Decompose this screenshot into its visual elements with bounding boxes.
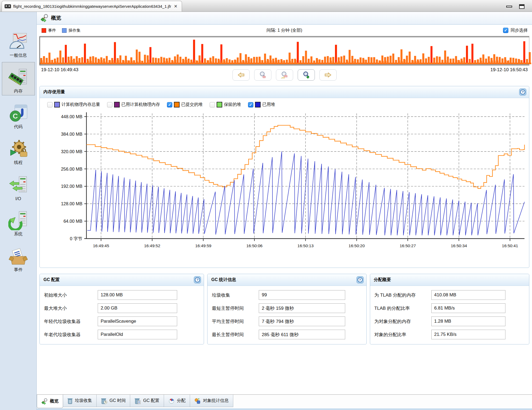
gc-count-field[interactable]: 99 [259, 290, 345, 300]
trash-config-icon [134, 398, 141, 404]
arrow-right-icon [324, 72, 332, 78]
tab-object-statistics[interactable]: 对象统计信息 [190, 395, 233, 407]
timeline-start-time: 19-12-10 16:49:43 [41, 67, 78, 73]
sidebar-item-label: I/O [15, 196, 21, 201]
pie-chart-icon [168, 398, 175, 404]
minimize-icon[interactable] [506, 6, 512, 8]
min-pause-field[interactable]: 2 毫秒 159 微秒 [259, 303, 345, 313]
old-collector-field[interactable]: ParallelOld [98, 330, 177, 339]
svg-text:448.00 MB: 448.00 MB [61, 114, 82, 119]
sidebar-item-label: 线程 [14, 160, 23, 166]
gc-stats-panel: GC 统计信息 ? 垃圾收集99 最短主暂停时间2 毫秒 159 微秒 平均主暂… [207, 274, 366, 344]
editor-tab-bar: flight_recording_180131iogithubkimmkingg… [0, 0, 532, 12]
sync-selection-checkbox[interactable] [503, 28, 508, 33]
zoom-range-button[interactable] [276, 69, 293, 81]
tab-gc-time[interactable]: GC 时间 [97, 395, 130, 407]
arrow-left-icon [237, 72, 245, 78]
sidebar-item-events[interactable]: 事件 [2, 241, 35, 274]
tlab-rate-field[interactable]: 6.81 MB/s [431, 303, 505, 313]
close-icon[interactable]: ✕ [173, 4, 178, 9]
sidebar-item-system[interactable]: 系统 [2, 205, 35, 238]
window-buttons [506, 4, 532, 12]
sidebar: 一般信息 [0, 12, 37, 410]
operative-set-color-swatch [62, 28, 67, 33]
code-icon: C [8, 103, 29, 124]
field-row: 为 TLAB 分配的内存410.08 MB [374, 290, 529, 300]
svg-text:16:50:27: 16:50:27 [400, 243, 416, 248]
field-row: 最长主暂停时间285 毫秒 611 微秒 [212, 330, 366, 339]
toggle-committed-heap[interactable]: 已提交的堆 [167, 102, 203, 107]
sidebar-item-label: 代码 [14, 124, 23, 130]
field-row: 为对象分配的内存1.28 MB [374, 317, 529, 326]
svg-text:16:49:59: 16:49:59 [195, 243, 211, 248]
toggle-used-heap[interactable]: 已用堆 [248, 102, 275, 107]
recording-tab[interactable]: flight_recording_180131iogithubkimmkingg… [2, 1, 182, 12]
legend-events: 事件 [42, 28, 56, 33]
svg-text:384.00 MB: 384.00 MB [61, 132, 82, 136]
help-icon[interactable]: ? [194, 276, 201, 283]
system-icon [8, 210, 29, 231]
sidebar-item-label: 系统 [14, 231, 23, 237]
checkbox-checked-icon[interactable] [248, 102, 253, 107]
jmc-window: flight_recording_180131iogithubkimmkingg… [0, 0, 532, 410]
field-row: 最短主暂停时间2 毫秒 159 微秒 [212, 303, 366, 313]
pan-left-button[interactable] [232, 69, 250, 81]
pan-right-button[interactable] [319, 69, 337, 81]
sidebar-item-threads[interactable]: 线程 [2, 134, 35, 167]
field-row: 垃圾收集99 [212, 290, 366, 300]
field-row: 年轻代垃圾收集器ParallelScavenge [44, 317, 204, 326]
series-toggles: 计算机物理内存总量 已用计算机物理内存 已提交的堆 [40, 98, 529, 110]
trash-icon [67, 398, 73, 404]
field-row: TLAB 的分配比率6.81 MB/s [374, 303, 529, 313]
help-icon[interactable]: ? [519, 88, 526, 96]
object-memory-field[interactable]: 1.28 MB [431, 317, 505, 326]
zoom-in-button[interactable] [298, 69, 315, 81]
zoom-in-icon [302, 71, 310, 79]
toggle-used-physical-memory[interactable]: 已用计算机物理内存 [107, 102, 160, 107]
tab-garbage-collection[interactable]: 垃圾收集 [63, 395, 97, 407]
timeline-legend-row: 事件 操作集 间隔: 1 分钟 (全部) 同步选择 [37, 25, 532, 36]
help-icon[interactable]: ? [356, 276, 364, 283]
tab-allocation[interactable]: 分配 [164, 395, 190, 407]
checkbox-unchecked-icon[interactable] [47, 102, 53, 107]
memory-usage-header: 内存使用量 ? [40, 86, 529, 98]
overview-icon [41, 14, 49, 22]
toggle-total-physical-memory[interactable]: 计算机物理内存总量 [47, 102, 100, 107]
page-title: 概览 [51, 15, 61, 21]
checkbox-unchecked-icon[interactable] [107, 102, 112, 107]
max-heap-size-field[interactable]: 2.00 GB [98, 303, 177, 313]
series-color-swatch [54, 102, 60, 107]
checkbox-checked-icon[interactable] [167, 102, 172, 107]
tab-overview[interactable]: 概览 [37, 395, 63, 408]
avg-pause-field[interactable]: 7 毫秒 794 微秒 [259, 317, 345, 326]
memory-icon [8, 67, 29, 88]
memory-usage-chart: 448.00 MB384.00 MB320.00 MB256.00 MB192.… [40, 110, 529, 268]
field-row: 年老代垃圾收集器ParallelOld [44, 330, 204, 339]
sidebar-item-io[interactable]: I/O [2, 169, 35, 203]
svg-text:192.00 MB: 192.00 MB [61, 184, 82, 189]
sidebar-item-code[interactable]: C 代码 [2, 98, 35, 131]
tlab-memory-field[interactable]: 410.08 MB [431, 290, 505, 300]
object-rate-field[interactable]: 21.75 KB/s [431, 330, 505, 339]
sidebar-item-memory[interactable]: 内存 [2, 62, 35, 95]
sidebar-item-general[interactable]: 一般信息 [2, 26, 35, 60]
svg-text:320.00 MB: 320.00 MB [61, 149, 82, 154]
sidebar-item-label: 内存 [14, 88, 23, 94]
zoom-out-button[interactable] [254, 69, 271, 81]
threads-icon [8, 138, 29, 159]
tab-gc-config[interactable]: GC 配置 [130, 395, 164, 407]
toggle-reserved-heap[interactable]: 保留的堆 [210, 102, 241, 107]
maximize-icon[interactable] [519, 4, 524, 9]
gc-config-panel: GC 配置 ? 初始堆大小128.00 MB 最大堆大小2.00 GB 年轻代垃… [39, 274, 204, 344]
max-pause-field[interactable]: 285 毫秒 611 微秒 [259, 330, 345, 339]
svg-text:0 字节: 0 字节 [70, 236, 82, 241]
initial-heap-size-field[interactable]: 128.00 MB [98, 290, 177, 300]
svg-text:16:50:13: 16:50:13 [297, 243, 314, 248]
flight-recording-icon [5, 4, 11, 8]
series-color-swatch [174, 102, 180, 107]
svg-text:C: C [13, 112, 18, 120]
svg-text:64.00 MB: 64.00 MB [63, 219, 82, 224]
checkbox-unchecked-icon[interactable] [210, 102, 215, 107]
young-collector-field[interactable]: ParallelScavenge [98, 317, 177, 326]
event-timeline-strip[interactable] [39, 36, 529, 66]
